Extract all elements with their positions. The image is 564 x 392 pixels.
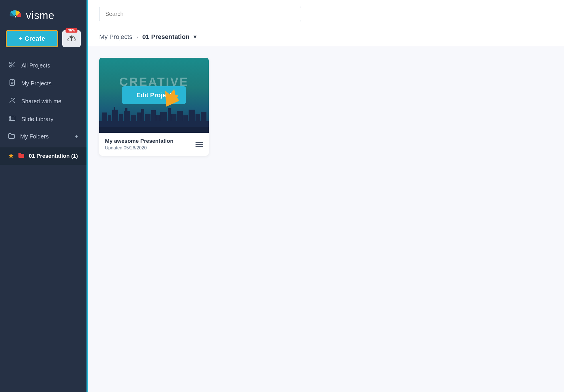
project-details: My awesome Presentation Updated 05/26/20… <box>105 138 174 151</box>
slide-library-label: Slide Library <box>21 116 53 123</box>
sidebar-item-my-folders[interactable]: My Folders + <box>0 128 87 145</box>
breadcrumb-chevron: › <box>136 34 138 40</box>
share-icon <box>8 97 16 106</box>
logo-area: visme <box>0 0 87 30</box>
visme-logo-icon <box>8 8 23 23</box>
projects-grid: CREATIVE <box>88 46 564 167</box>
sidebar-nav: All Projects My Projects Shared with <box>0 54 87 147</box>
all-projects-label: All Projects <box>21 62 50 69</box>
active-folder-item[interactable]: ★ 01 Presentation (1) <box>0 147 87 165</box>
library-icon <box>8 115 16 123</box>
create-button-label: + Create <box>19 35 45 42</box>
add-folder-icon[interactable]: + <box>75 133 78 140</box>
breadcrumb: My Projects › 01 Presentation ▼ <box>99 28 552 46</box>
project-card[interactable]: CREATIVE <box>99 58 209 156</box>
folder-color-icon <box>18 152 25 160</box>
scissors-icon <box>8 61 16 70</box>
project-name: My awesome Presentation <box>105 138 174 144</box>
svg-line-7 <box>11 63 12 65</box>
main-header: My Projects › 01 Presentation ▼ <box>88 0 564 46</box>
sidebar-item-my-projects[interactable]: My Projects <box>0 74 87 92</box>
upload-button[interactable]: NEW <box>62 30 81 47</box>
project-thumbnail: CREATIVE <box>99 58 209 133</box>
svg-rect-10 <box>9 116 15 121</box>
new-badge: NEW <box>65 28 77 33</box>
folders-left: My Folders <box>8 133 49 140</box>
my-folders-label: My Folders <box>20 133 49 140</box>
svg-line-6 <box>13 65 14 67</box>
folder-icon <box>8 133 15 140</box>
breadcrumb-root: My Projects <box>99 33 132 41</box>
upload-cloud-icon <box>67 35 76 43</box>
breadcrumb-current: 01 Presentation ▼ <box>142 33 198 41</box>
project-info: My awesome Presentation Updated 05/26/20… <box>99 133 209 156</box>
breadcrumb-dropdown-icon[interactable]: ▼ <box>192 34 198 40</box>
create-button[interactable]: + Create <box>6 30 58 47</box>
app-name: visme <box>26 10 54 22</box>
project-menu-button[interactable] <box>195 142 203 147</box>
menu-bar-1 <box>195 142 203 143</box>
my-projects-label: My Projects <box>21 80 51 87</box>
svg-point-2 <box>15 16 16 18</box>
sidebar-item-shared-with-me[interactable]: Shared with me <box>0 92 87 110</box>
shared-with-me-label: Shared with me <box>21 98 61 105</box>
project-date: Updated 05/26/2020 <box>105 145 174 151</box>
main-content: My Projects › 01 Presentation ▼ CREATIVE <box>87 0 564 392</box>
svg-rect-33 <box>99 127 209 133</box>
sidebar: visme + Create NEW All Proje <box>0 0 87 392</box>
sidebar-item-slide-library[interactable]: Slide Library <box>0 110 87 128</box>
document-icon <box>8 79 16 88</box>
sidebar-actions: + Create NEW <box>0 30 87 54</box>
menu-bar-3 <box>195 146 203 147</box>
breadcrumb-current-label: 01 Presentation <box>142 33 190 41</box>
sidebar-item-all-projects[interactable]: All Projects <box>0 57 87 74</box>
star-icon: ★ <box>8 152 14 160</box>
search-input[interactable] <box>99 6 301 22</box>
menu-bar-2 <box>195 144 203 145</box>
svg-point-9 <box>11 98 13 100</box>
active-folder-label: 01 Presentation (1) <box>29 153 78 159</box>
